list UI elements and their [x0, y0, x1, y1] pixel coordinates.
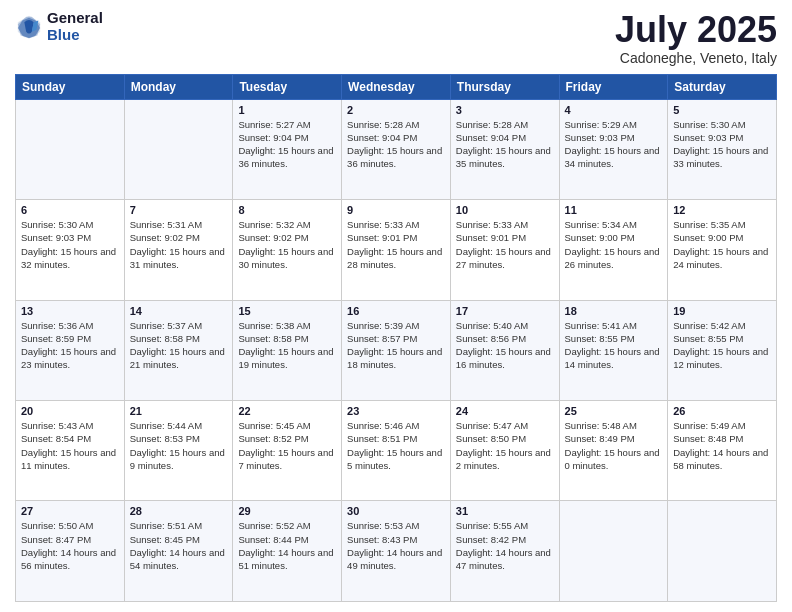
day-info: Sunrise: 5:45 AMSunset: 8:52 PMDaylight:… — [238, 419, 336, 472]
calendar-cell — [16, 99, 125, 199]
day-info: Sunrise: 5:39 AMSunset: 8:57 PMDaylight:… — [347, 319, 445, 372]
day-number: 9 — [347, 204, 445, 216]
day-info: Sunrise: 5:48 AMSunset: 8:49 PMDaylight:… — [565, 419, 663, 472]
calendar-cell: 24Sunrise: 5:47 AMSunset: 8:50 PMDayligh… — [450, 401, 559, 501]
day-info: Sunrise: 5:52 AMSunset: 8:44 PMDaylight:… — [238, 519, 336, 572]
calendar-cell: 21Sunrise: 5:44 AMSunset: 8:53 PMDayligh… — [124, 401, 233, 501]
logo-icon — [15, 13, 43, 41]
day-number: 31 — [456, 505, 554, 517]
day-info: Sunrise: 5:50 AMSunset: 8:47 PMDaylight:… — [21, 519, 119, 572]
day-info: Sunrise: 5:28 AMSunset: 9:04 PMDaylight:… — [347, 118, 445, 171]
calendar-cell: 30Sunrise: 5:53 AMSunset: 8:43 PMDayligh… — [342, 501, 451, 602]
day-info: Sunrise: 5:42 AMSunset: 8:55 PMDaylight:… — [673, 319, 771, 372]
day-info: Sunrise: 5:41 AMSunset: 8:55 PMDaylight:… — [565, 319, 663, 372]
logo-general: General — [47, 10, 103, 27]
day-info: Sunrise: 5:35 AMSunset: 9:00 PMDaylight:… — [673, 218, 771, 271]
day-number: 1 — [238, 104, 336, 116]
week-row-1: 1Sunrise: 5:27 AMSunset: 9:04 PMDaylight… — [16, 99, 777, 199]
day-number: 10 — [456, 204, 554, 216]
weekday-header-wednesday: Wednesday — [342, 74, 451, 99]
calendar-cell: 23Sunrise: 5:46 AMSunset: 8:51 PMDayligh… — [342, 401, 451, 501]
day-number: 27 — [21, 505, 119, 517]
calendar-cell: 29Sunrise: 5:52 AMSunset: 8:44 PMDayligh… — [233, 501, 342, 602]
day-number: 12 — [673, 204, 771, 216]
weekday-header-monday: Monday — [124, 74, 233, 99]
day-number: 22 — [238, 405, 336, 417]
day-info: Sunrise: 5:29 AMSunset: 9:03 PMDaylight:… — [565, 118, 663, 171]
day-number: 7 — [130, 204, 228, 216]
day-info: Sunrise: 5:32 AMSunset: 9:02 PMDaylight:… — [238, 218, 336, 271]
day-info: Sunrise: 5:34 AMSunset: 9:00 PMDaylight:… — [565, 218, 663, 271]
day-number: 21 — [130, 405, 228, 417]
day-number: 5 — [673, 104, 771, 116]
title-block: July 2025 Cadoneghe, Veneto, Italy — [615, 10, 777, 66]
day-number: 11 — [565, 204, 663, 216]
day-info: Sunrise: 5:28 AMSunset: 9:04 PMDaylight:… — [456, 118, 554, 171]
day-number: 18 — [565, 305, 663, 317]
day-number: 13 — [21, 305, 119, 317]
calendar-cell: 11Sunrise: 5:34 AMSunset: 9:00 PMDayligh… — [559, 200, 668, 300]
day-info: Sunrise: 5:47 AMSunset: 8:50 PMDaylight:… — [456, 419, 554, 472]
day-info: Sunrise: 5:36 AMSunset: 8:59 PMDaylight:… — [21, 319, 119, 372]
week-row-4: 20Sunrise: 5:43 AMSunset: 8:54 PMDayligh… — [16, 401, 777, 501]
week-row-2: 6Sunrise: 5:30 AMSunset: 9:03 PMDaylight… — [16, 200, 777, 300]
weekday-header-friday: Friday — [559, 74, 668, 99]
day-info: Sunrise: 5:53 AMSunset: 8:43 PMDaylight:… — [347, 519, 445, 572]
calendar-table: SundayMondayTuesdayWednesdayThursdayFrid… — [15, 74, 777, 602]
calendar-cell — [668, 501, 777, 602]
calendar-cell: 17Sunrise: 5:40 AMSunset: 8:56 PMDayligh… — [450, 300, 559, 400]
day-info: Sunrise: 5:46 AMSunset: 8:51 PMDaylight:… — [347, 419, 445, 472]
calendar-cell: 22Sunrise: 5:45 AMSunset: 8:52 PMDayligh… — [233, 401, 342, 501]
header: General Blue July 2025 Cadoneghe, Veneto… — [15, 10, 777, 66]
weekday-header-saturday: Saturday — [668, 74, 777, 99]
calendar-cell: 4Sunrise: 5:29 AMSunset: 9:03 PMDaylight… — [559, 99, 668, 199]
logo: General Blue — [15, 10, 103, 43]
day-number: 26 — [673, 405, 771, 417]
weekday-header-row: SundayMondayTuesdayWednesdayThursdayFrid… — [16, 74, 777, 99]
calendar-cell: 31Sunrise: 5:55 AMSunset: 8:42 PMDayligh… — [450, 501, 559, 602]
day-number: 8 — [238, 204, 336, 216]
calendar-cell: 20Sunrise: 5:43 AMSunset: 8:54 PMDayligh… — [16, 401, 125, 501]
day-number: 19 — [673, 305, 771, 317]
calendar-cell: 6Sunrise: 5:30 AMSunset: 9:03 PMDaylight… — [16, 200, 125, 300]
day-info: Sunrise: 5:43 AMSunset: 8:54 PMDaylight:… — [21, 419, 119, 472]
day-info: Sunrise: 5:38 AMSunset: 8:58 PMDaylight:… — [238, 319, 336, 372]
day-number: 20 — [21, 405, 119, 417]
day-info: Sunrise: 5:33 AMSunset: 9:01 PMDaylight:… — [347, 218, 445, 271]
day-number: 23 — [347, 405, 445, 417]
page: General Blue July 2025 Cadoneghe, Veneto… — [0, 0, 792, 612]
location: Cadoneghe, Veneto, Italy — [615, 50, 777, 66]
day-info: Sunrise: 5:30 AMSunset: 9:03 PMDaylight:… — [673, 118, 771, 171]
day-number: 30 — [347, 505, 445, 517]
day-info: Sunrise: 5:30 AMSunset: 9:03 PMDaylight:… — [21, 218, 119, 271]
day-number: 6 — [21, 204, 119, 216]
calendar-cell: 25Sunrise: 5:48 AMSunset: 8:49 PMDayligh… — [559, 401, 668, 501]
calendar-cell: 16Sunrise: 5:39 AMSunset: 8:57 PMDayligh… — [342, 300, 451, 400]
day-number: 25 — [565, 405, 663, 417]
day-info: Sunrise: 5:51 AMSunset: 8:45 PMDaylight:… — [130, 519, 228, 572]
calendar-cell: 12Sunrise: 5:35 AMSunset: 9:00 PMDayligh… — [668, 200, 777, 300]
calendar-cell: 5Sunrise: 5:30 AMSunset: 9:03 PMDaylight… — [668, 99, 777, 199]
month-title: July 2025 — [615, 10, 777, 50]
calendar-cell — [559, 501, 668, 602]
day-number: 4 — [565, 104, 663, 116]
day-number: 2 — [347, 104, 445, 116]
calendar-cell: 28Sunrise: 5:51 AMSunset: 8:45 PMDayligh… — [124, 501, 233, 602]
day-number: 17 — [456, 305, 554, 317]
day-info: Sunrise: 5:27 AMSunset: 9:04 PMDaylight:… — [238, 118, 336, 171]
day-number: 28 — [130, 505, 228, 517]
calendar-cell: 26Sunrise: 5:49 AMSunset: 8:48 PMDayligh… — [668, 401, 777, 501]
weekday-header-tuesday: Tuesday — [233, 74, 342, 99]
day-number: 15 — [238, 305, 336, 317]
day-info: Sunrise: 5:33 AMSunset: 9:01 PMDaylight:… — [456, 218, 554, 271]
day-number: 14 — [130, 305, 228, 317]
day-info: Sunrise: 5:31 AMSunset: 9:02 PMDaylight:… — [130, 218, 228, 271]
calendar-cell — [124, 99, 233, 199]
logo-blue: Blue — [47, 27, 103, 44]
calendar-cell: 3Sunrise: 5:28 AMSunset: 9:04 PMDaylight… — [450, 99, 559, 199]
day-number: 24 — [456, 405, 554, 417]
calendar-cell: 27Sunrise: 5:50 AMSunset: 8:47 PMDayligh… — [16, 501, 125, 602]
calendar-cell: 8Sunrise: 5:32 AMSunset: 9:02 PMDaylight… — [233, 200, 342, 300]
day-number: 3 — [456, 104, 554, 116]
weekday-header-thursday: Thursday — [450, 74, 559, 99]
